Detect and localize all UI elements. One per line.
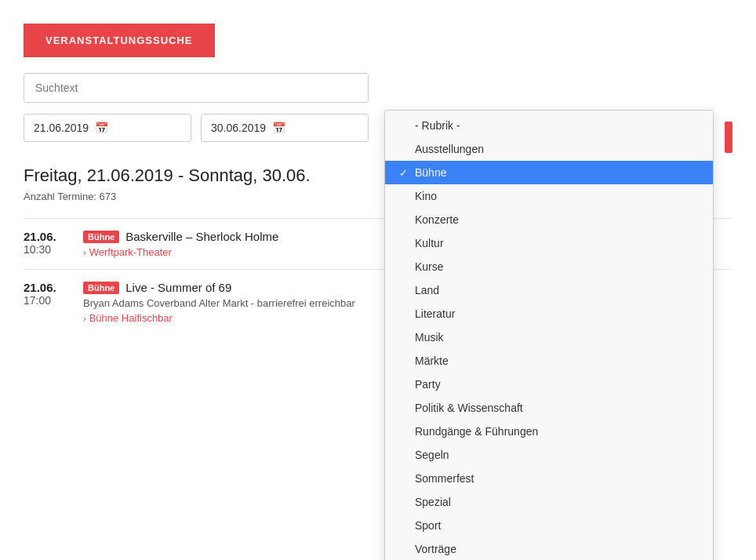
dropdown-item-label: Kultur — [415, 237, 444, 249]
venue-name: Werftpark-Theater — [89, 246, 172, 258]
dropdown-item[interactable]: Rundgänge & Führungen — [385, 420, 713, 443]
date-from-field[interactable]: 21.06.2019 📅 — [24, 114, 191, 142]
dropdown-item-label: - Rubrik - — [415, 119, 460, 132]
date-to-field[interactable]: 30.06.2019 📅 — [201, 114, 369, 142]
dropdown-item-label: Musik — [415, 331, 444, 344]
dropdown-item[interactable]: Konzerte — [385, 208, 713, 231]
search-input-wrapper — [24, 73, 369, 103]
dropdown-item[interactable]: - Rubrik - — [385, 114, 713, 137]
event-date-day: 21.06. — [24, 281, 71, 294]
chevron-right-icon: › — [83, 314, 86, 323]
dropdown-item-label: Sport — [415, 519, 441, 532]
calendar-to-icon: 📅 — [272, 122, 285, 134]
date-row: 21.06.2019 📅 30.06.2019 📅 — [24, 114, 369, 142]
dropdown-item-label: Literatur — [415, 307, 455, 320]
dropdown-item-label: Kurse — [415, 260, 444, 273]
check-mark-icon: ✓ — [399, 167, 410, 179]
dropdown-item-label: Märkte — [415, 355, 449, 367]
page-wrapper: VERANSTALTUNGSSUCHE 21.06.2019 📅 30.06.2… — [0, 0, 756, 560]
event-date-day: 21.06. — [24, 230, 71, 243]
dropdown-item[interactable]: Politik & Wissenschaft — [385, 396, 713, 420]
dropdown-item[interactable]: Literatur — [385, 302, 713, 325]
dropdown-item-label: Rundgänge & Führungen — [415, 425, 538, 438]
category-dropdown: - Rubrik -Ausstellungen✓BühneKinoKonzert… — [384, 110, 714, 560]
dropdown-item[interactable]: Kurse — [385, 255, 713, 278]
dropdown-item[interactable]: Kino — [385, 184, 713, 208]
dropdown-item[interactable]: Spezial — [385, 490, 713, 514]
dropdown-item-label: Bühne — [415, 166, 446, 179]
dropdown-item-label: Segeln — [415, 449, 449, 461]
dropdown-item[interactable]: Segeln — [385, 443, 713, 467]
dropdown-item-label: Kino — [415, 190, 437, 202]
date-to-value: 30.06.2019 — [211, 122, 266, 134]
event-date-time: 10:30 — [24, 243, 71, 256]
dropdown-item[interactable]: Sommerfest — [385, 467, 713, 490]
event-title: Live - Summer of 69 — [125, 281, 231, 294]
dropdown-item[interactable]: Ausstellungen — [385, 137, 713, 161]
dropdown-item[interactable]: Sport — [385, 514, 713, 537]
date-from-value: 21.06.2019 — [34, 122, 89, 134]
venue-name: Bühne Haifischbar — [89, 312, 173, 324]
dropdown-item[interactable]: Märkte — [385, 349, 713, 373]
dropdown-item[interactable]: Vorträge — [385, 537, 713, 560]
badge-buehne: Bühne — [83, 231, 119, 243]
dropdown-item[interactable]: Party — [385, 373, 713, 396]
event-date-time: 17:00 — [24, 294, 71, 307]
dropdown-item[interactable]: Kultur — [385, 231, 713, 255]
event-date-col: 21.06. 17:00 — [24, 281, 71, 307]
search-header-button[interactable]: VERANSTALTUNGSSUCHE — [24, 24, 215, 57]
dropdown-item-label: Konzerte — [415, 213, 459, 226]
dropdown-item-label: Vorträge — [415, 543, 456, 555]
dropdown-item[interactable]: ✓Bühne — [385, 161, 713, 184]
event-title: Baskerville – Sherlock Holme — [125, 230, 278, 243]
dropdown-item-label: Party — [415, 378, 441, 391]
chevron-right-icon: › — [83, 248, 86, 257]
dropdown-item-label: Sommerfest — [415, 472, 474, 485]
dropdown-item-label: Spezial — [415, 496, 451, 508]
search-input[interactable] — [35, 82, 357, 94]
dropdown-item-label: Politik & Wissenschaft — [415, 402, 523, 414]
dropdown-item[interactable]: Musik — [385, 325, 713, 349]
dropdown-item[interactable]: Land — [385, 278, 713, 302]
red-bar-decoration — [725, 122, 732, 153]
event-date-col: 21.06. 10:30 — [24, 230, 71, 256]
calendar-from-icon: 📅 — [95, 122, 108, 134]
badge-buehne: Bühne — [83, 282, 119, 294]
dropdown-item-label: Land — [415, 284, 439, 296]
dropdown-item-label: Ausstellungen — [415, 143, 484, 155]
